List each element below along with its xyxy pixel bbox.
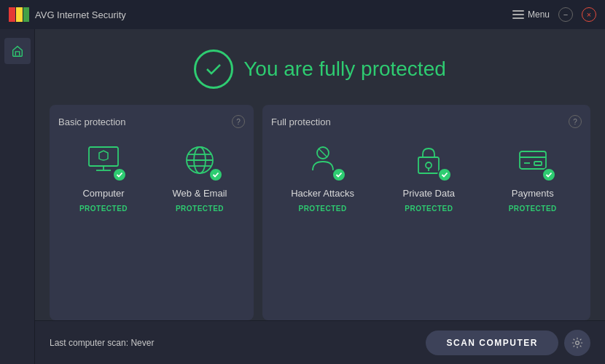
computer-status: PROTECTED — [79, 205, 128, 213]
scan-computer-button[interactable]: SCAN COMPUTER — [426, 331, 558, 355]
computer-icon-wrapper — [80, 138, 127, 182]
footer: Last computer scan: Never SCAN COMPUTER — [35, 320, 605, 364]
full-protection-help[interactable]: ? — [569, 115, 582, 128]
full-protection-title: Full protection — [271, 116, 331, 127]
computer-label: Computer — [82, 188, 124, 199]
svg-line-15 — [319, 149, 327, 157]
svg-rect-4 — [512, 14, 524, 15]
full-protection-card: Full protection ? — [262, 105, 590, 320]
sidebar-home-button[interactable] — [4, 38, 31, 64]
minimize-button[interactable]: − — [558, 7, 573, 22]
app-title: AVG Internet Security — [35, 9, 126, 20]
hacker-attacks-label: Hacker Attacks — [291, 188, 354, 199]
basic-protection-card: Basic protection ? — [50, 105, 254, 320]
basic-protection-items: Computer PROTECTED — [58, 138, 245, 213]
hacker-attacks-check-dot — [332, 167, 346, 182]
payments-status: PROTECTED — [509, 205, 557, 213]
scan-settings-button[interactable] — [564, 330, 590, 356]
private-data-status: PROTECTED — [405, 205, 453, 213]
payments-check-dot — [542, 167, 556, 182]
close-button[interactable]: × — [582, 7, 596, 22]
sidebar — [0, 29, 35, 364]
basic-protection-help[interactable]: ? — [232, 115, 245, 128]
payments-icon-wrapper — [510, 138, 556, 182]
svg-rect-5 — [512, 17, 524, 19]
private-data-item: Private Data PROTECTED — [399, 138, 458, 213]
title-bar-left: AVG Internet Security — [9, 7, 126, 22]
main-layout: You are fully protected Basic protection… — [0, 29, 605, 364]
hacker-attacks-item: Hacker Attacks PROTECTED — [291, 138, 354, 213]
hacker-attacks-icon-wrapper — [300, 138, 346, 182]
full-protection-header: Full protection ? — [271, 115, 582, 128]
title-bar: AVG Internet Security Menu − × — [0, 0, 605, 29]
svg-rect-2 — [23, 7, 29, 22]
check-circle-icon — [194, 50, 233, 89]
last-scan-label: Last computer scan: — [50, 338, 128, 348]
web-email-label: Web & Email — [173, 188, 227, 199]
header: You are fully protected — [35, 29, 605, 105]
title-bar-right: Menu − × — [512, 7, 596, 22]
svg-point-23 — [576, 341, 579, 344]
web-email-check-dot — [208, 167, 223, 182]
web-email-icon-wrapper — [176, 138, 223, 182]
scan-row: SCAN COMPUTER — [426, 330, 590, 356]
full-protection-items: Hacker Attacks PROTECTED — [271, 138, 582, 213]
svg-rect-6 — [89, 147, 118, 166]
protected-title: You are fully protected — [243, 58, 446, 81]
content-area: You are fully protected Basic protection… — [35, 29, 605, 364]
svg-rect-19 — [520, 151, 546, 169]
svg-rect-1 — [16, 7, 23, 22]
hacker-attacks-status: PROTECTED — [298, 205, 346, 213]
last-scan-info: Last computer scan: Never — [50, 338, 154, 348]
payments-label: Payments — [512, 188, 554, 199]
computer-check-dot — [112, 167, 127, 182]
basic-protection-header: Basic protection ? — [58, 115, 245, 128]
svg-rect-0 — [9, 7, 15, 22]
web-email-status: PROTECTED — [176, 205, 224, 213]
web-email-item: Web & Email PROTECTED — [171, 138, 229, 213]
basic-protection-title: Basic protection — [58, 116, 126, 127]
cards-container: Basic protection ? — [35, 105, 605, 320]
avg-logo — [9, 7, 29, 22]
svg-point-17 — [426, 162, 432, 168]
private-data-icon-wrapper — [405, 138, 452, 182]
svg-rect-22 — [534, 162, 542, 165]
svg-rect-3 — [512, 10, 524, 12]
computer-item: Computer PROTECTED — [74, 138, 133, 213]
menu-button[interactable]: Menu — [512, 9, 550, 20]
private-data-label: Private Data — [403, 188, 456, 199]
payments-item: Payments PROTECTED — [504, 138, 562, 213]
last-scan-value: Never — [130, 338, 154, 348]
private-data-check-dot — [437, 167, 452, 182]
